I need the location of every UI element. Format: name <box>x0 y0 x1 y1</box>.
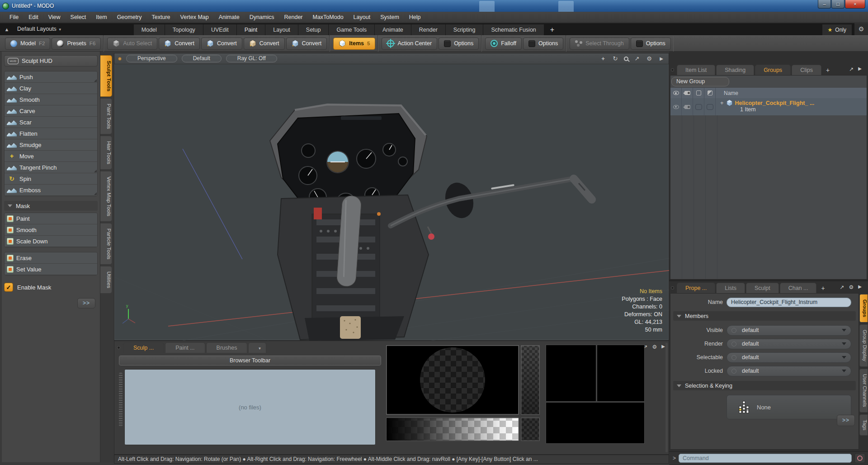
menu-item[interactable]: Geometry <box>112 12 147 23</box>
sculpt-tool-button[interactable]: Smudge <box>5 139 97 151</box>
mask-tool-button[interactable]: Scale Down <box>5 236 97 247</box>
new-group-button[interactable]: New Group <box>671 77 729 86</box>
collapse-arrow-icon[interactable]: ▲ <box>0 24 14 35</box>
workspace-tab[interactable]: Render <box>411 24 445 35</box>
expand-panel-icon[interactable]: ↗ <box>840 284 844 290</box>
visibility-column-header[interactable] <box>670 88 682 98</box>
sculpt-tool-button[interactable]: Clay <box>5 83 97 94</box>
viewport-thumb-icon[interactable] <box>118 57 122 61</box>
brush-preview[interactable] <box>386 345 541 450</box>
sculpt-tool-button[interactable]: Flatten <box>5 128 97 139</box>
name-input[interactable]: Helicopter_Cockpit_Flight_Instrum <box>726 298 851 307</box>
maximize-icon[interactable]: ↗ <box>633 55 641 62</box>
gradient-panel[interactable] <box>546 345 596 402</box>
title-bar[interactable]: Untitled* - MODO – □ × <box>0 0 868 12</box>
close-button[interactable]: × <box>845 0 865 9</box>
auto-select-button[interactable]: Auto Select <box>107 38 157 50</box>
mask-op-button[interactable]: Set Value <box>5 264 97 275</box>
gradient-panel[interactable] <box>597 345 645 402</box>
menu-item[interactable]: File <box>5 12 24 23</box>
panel-menu-arrow-icon[interactable]: ▶ <box>858 66 862 72</box>
gradient-editor-panels[interactable] <box>542 343 646 450</box>
panel-thumb-icon[interactable] <box>671 286 674 289</box>
menu-item[interactable]: Select <box>66 12 91 23</box>
action-center-button[interactable]: Action Center <box>382 38 437 50</box>
falloff-button[interactable]: Falloff <box>485 38 522 50</box>
sculpt-hud-button[interactable]: HUD Sculpt HUD <box>4 55 98 66</box>
browser-toolbar-button[interactable]: Browser Toolbar <box>119 356 381 365</box>
shading-style-button[interactable]: Default <box>182 55 222 62</box>
convert-edge-button[interactable]: Convert <box>201 38 242 50</box>
select-through-options-button[interactable]: Options <box>631 38 671 50</box>
presets-button[interactable]: PresetsF6 <box>52 38 101 50</box>
selection-keying-header[interactable]: Selection & Keying <box>673 381 856 390</box>
add-workspace-tab-button[interactable]: + <box>544 24 561 35</box>
menu-item[interactable]: System <box>375 12 404 23</box>
menu-item[interactable]: Dynamics <box>245 12 279 23</box>
row-render-toggle[interactable] <box>682 98 693 115</box>
properties-more-button[interactable]: >> <box>837 415 855 426</box>
sculpt-tool-button[interactable]: Scar <box>5 117 97 128</box>
tool-category-tab[interactable]: Paint Tools <box>100 98 112 134</box>
expand-group-icon[interactable]: + <box>720 100 724 106</box>
item-panel-tab[interactable]: Item List <box>677 65 715 75</box>
brushes-dropdown-caret[interactable]: ▼ <box>248 342 266 353</box>
raygl-button[interactable]: Ray GL: Off <box>226 55 277 62</box>
add-panel-tab-button[interactable]: + <box>822 65 833 75</box>
panel-thumb-icon[interactable] <box>117 346 120 349</box>
tool-category-tab[interactable]: Utilities <box>100 266 112 294</box>
gradient-panel[interactable] <box>546 402 645 444</box>
sculpt-tool-button[interactable]: Smooth <box>5 94 97 105</box>
tool-category-tab[interactable]: Hair Tools <box>100 136 112 170</box>
workspace-tab[interactable]: Game Tools <box>328 24 374 35</box>
sculpt-tool-button[interactable]: Emboss <box>5 185 97 196</box>
falloff-options-button[interactable]: Options <box>523 38 563 50</box>
minimize-button[interactable]: – <box>818 0 831 9</box>
property-dropdown[interactable]: default <box>726 366 851 376</box>
projection-button[interactable]: Perspective <box>126 55 177 62</box>
property-dropdown[interactable]: default <box>726 325 851 336</box>
menu-item[interactable]: Edit <box>24 12 43 23</box>
sculpt-tool-button[interactable]: Carve <box>5 105 97 117</box>
cube-column-header[interactable] <box>693 88 704 98</box>
workspace-tab[interactable]: Setup <box>298 24 329 35</box>
tool-category-tab[interactable]: Sculpt Tools <box>100 55 112 97</box>
menu-item[interactable]: Vertex Map <box>175 12 214 23</box>
right-side-tab[interactable]: Group Display <box>859 324 868 367</box>
property-dropdown[interactable]: default <box>726 352 851 363</box>
panel-menu-arrow-icon[interactable]: ▶ <box>858 284 862 290</box>
properties-tab[interactable]: Sculpt <box>746 283 779 293</box>
sculpt-tool-button[interactable]: Push <box>5 71 97 83</box>
browser-file-area[interactable]: (no files) <box>124 369 376 445</box>
sculpt-tool-button[interactable]: + Move <box>5 151 97 162</box>
panel-gear-icon[interactable]: ⚙ <box>849 284 854 290</box>
item-panel-tab[interactable]: Groups <box>755 65 791 75</box>
menu-item[interactable]: Layout <box>349 12 376 23</box>
model-mode-button[interactable]: ModelF2 <box>5 38 50 50</box>
pan-icon[interactable]: + <box>599 55 607 62</box>
convert-vertex-button[interactable]: Convert <box>159 38 200 50</box>
sculpt-tool-button[interactable]: ↻ Spin <box>5 173 97 185</box>
layout-switcher[interactable]: Default Layouts▼ <box>14 24 66 35</box>
row-visibility-toggle[interactable] <box>670 98 682 115</box>
mask-tool-button[interactable]: Smooth <box>5 224 97 236</box>
mask-section-header[interactable]: Mask <box>4 201 98 211</box>
expand-panel-icon[interactable]: ↗ <box>849 66 854 72</box>
menu-item[interactable]: View <box>43 12 66 23</box>
name-column-header[interactable]: Name <box>716 90 738 96</box>
members-section-header[interactable]: Members <box>673 311 856 321</box>
menu-item[interactable]: Item <box>91 12 112 23</box>
favorites-only-button[interactable]: ★Only <box>822 24 852 35</box>
workspace-tab[interactable]: Animate <box>374 24 411 35</box>
group-name[interactable]: Helicopter_Cockpit_Flight_ ... <box>735 100 815 106</box>
browser-tab[interactable]: Brushes <box>206 342 248 353</box>
row-checkbox-2[interactable] <box>704 98 716 115</box>
sculpt-tool-button[interactable]: Tangent Pinch <box>5 162 97 173</box>
viewport-3d[interactable]: Perspective Default Ray GL: Off + ↻ ↗ ⚙ … <box>114 53 669 341</box>
sidebar-more-button[interactable]: >> <box>77 298 95 308</box>
properties-tab[interactable]: Lists <box>716 283 745 293</box>
property-dropdown[interactable]: default <box>726 339 851 349</box>
properties-tab[interactable]: Prope ... <box>677 283 715 293</box>
item-panel-tab[interactable]: Shading <box>716 65 754 75</box>
menu-item[interactable]: Help <box>404 12 426 23</box>
